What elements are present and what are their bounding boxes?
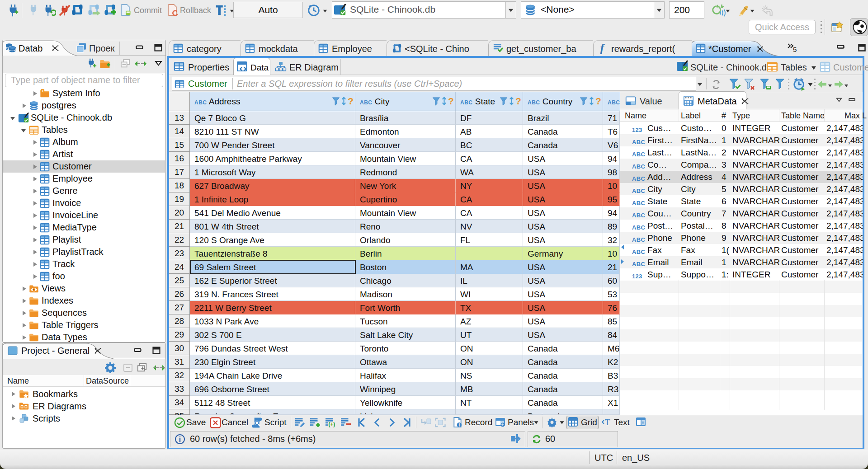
svg-text:5: 5 bbox=[793, 46, 797, 53]
svg-text:i: i bbox=[42, 89, 43, 93]
svg-text:i: i bbox=[459, 422, 460, 427]
svg-text:T: T bbox=[605, 418, 610, 426]
svg-text:f: f bbox=[600, 42, 605, 54]
svg-text:(+): (+) bbox=[328, 421, 335, 427]
